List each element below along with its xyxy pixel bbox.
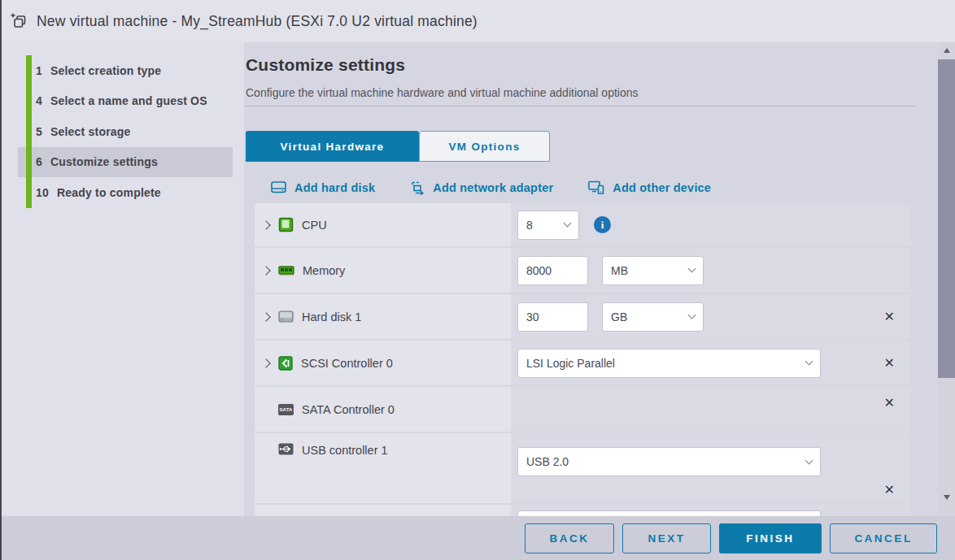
step-number: 10 (36, 186, 49, 199)
add-network-adapter-label: Add network adapter (433, 181, 553, 194)
step-label: Customize settings (50, 155, 158, 168)
other-device-add-icon (588, 180, 605, 194)
page-subtitle: Configure the virtual machine hardware a… (246, 86, 639, 99)
usb-version-select[interactable]: USB 2.0 (517, 447, 821, 476)
chevron-down-icon (688, 265, 696, 273)
steps-progress-bar (26, 55, 32, 208)
remove-hard-disk-button[interactable]: ✕ (884, 310, 895, 323)
scrollbar-thumb[interactable] (938, 59, 955, 378)
step-select-storage[interactable]: 5 Select storage (18, 116, 233, 147)
back-button[interactable]: BACK (525, 523, 614, 553)
hard-disk-size-input[interactable] (517, 302, 588, 332)
chevron-down-icon (805, 456, 813, 464)
finish-button[interactable]: FINISH (719, 523, 822, 553)
step-label: Select creation type (50, 64, 161, 77)
cpu-label: CPU (302, 219, 327, 232)
new-vm-icon (10, 12, 28, 30)
hard-disk-expand-chevron-icon[interactable] (261, 312, 270, 321)
add-other-device-label: Add other device (613, 181, 711, 194)
new-vm-wizard-window: New virtual machine - My_StreamHub (ESXi… (0, 0, 955, 560)
step-number: 5 (36, 125, 42, 138)
sata-controller-row: SATA SATA Controller 0 ✕ (255, 387, 911, 432)
vertical-scrollbar[interactable] (938, 42, 955, 516)
info-icon[interactable]: i (594, 216, 611, 233)
network-adapter-add-icon (410, 180, 425, 195)
memory-unit-select[interactable]: MB (602, 256, 704, 285)
tab-label: Virtual Hardware (281, 141, 385, 153)
scsi-type-value: LSI Logic Parallel (526, 357, 615, 370)
next-device-row-partial (255, 505, 911, 516)
step-label: Select a name and guest OS (50, 94, 207, 107)
step-number: 6 (36, 155, 42, 168)
usb-version-value: USB 2.0 (526, 455, 569, 468)
cpu-icon (278, 217, 294, 232)
cpu-row: CPU 8 i (255, 203, 911, 246)
usb-controller-icon (278, 443, 294, 455)
remove-usb-controller-button[interactable]: ✕ (884, 484, 895, 497)
wizard-steps-sidebar: 1 Select creation type 4 Select a name a… (0, 42, 244, 516)
next-device-select[interactable] (517, 510, 821, 516)
hard-disk-unit-value: GB (611, 310, 627, 323)
scsi-controller-label: SCSI Controller 0 (301, 357, 393, 370)
step-select-name-guest-os[interactable]: 4 Select a name and guest OS (18, 86, 233, 117)
chevron-down-icon (805, 358, 813, 366)
memory-size-input[interactable] (517, 256, 588, 285)
memory-expand-chevron-icon[interactable] (261, 266, 270, 275)
next-button[interactable]: NEXT (622, 523, 711, 553)
title-bar: New virtual machine - My_StreamHub (ESXi… (0, 0, 955, 42)
chevron-down-icon (688, 311, 696, 319)
sata-controller-icon: SATA (278, 404, 294, 415)
add-device-toolbar: Add hard disk Add network adapter (255, 171, 711, 203)
scsi-controller-icon (278, 356, 293, 371)
step-ready-to-complete[interactable]: 10 Ready to complete (18, 177, 233, 208)
window-title: New virtual machine - My_StreamHub (ESXi… (37, 13, 478, 30)
virtual-hardware-table: CPU 8 i (255, 203, 911, 516)
header-divider (245, 106, 915, 106)
hard-disk-icon (278, 310, 294, 323)
memory-row: Memory MB (255, 248, 911, 293)
step-customize-settings[interactable]: 6 Customize settings (18, 147, 233, 178)
scsi-controller-row: SCSI Controller 0 LSI Logic Parallel ✕ (255, 341, 911, 385)
hard-disk-label: Hard disk 1 (302, 310, 361, 323)
remove-sata-controller-button[interactable]: ✕ (884, 397, 895, 410)
add-network-adapter-button[interactable]: Add network adapter (410, 180, 553, 195)
settings-tabs: Virtual Hardware VM Options (246, 131, 550, 162)
sata-controller-label: SATA Controller 0 (302, 403, 395, 416)
step-number: 1 (36, 64, 42, 77)
scroll-up-icon[interactable] (938, 42, 955, 59)
add-hard-disk-label: Add hard disk (294, 181, 375, 194)
scsi-type-select[interactable]: LSI Logic Parallel (517, 349, 821, 378)
memory-icon (278, 264, 294, 277)
scsi-expand-chevron-icon[interactable] (261, 358, 270, 367)
memory-label: Memory (303, 264, 345, 277)
step-label: Ready to complete (57, 186, 161, 199)
page-title: Customize settings (246, 55, 405, 75)
cpu-expand-chevron-icon[interactable] (261, 220, 270, 229)
chevron-down-icon (564, 219, 572, 228)
cancel-button[interactable]: CANCEL (830, 523, 937, 553)
tab-vm-options[interactable]: VM Options (419, 131, 550, 162)
usb-controller-row: USB controller 1 USB 2.0 ✕ (255, 433, 911, 503)
memory-unit-value: MB (611, 264, 628, 277)
hard-disk-unit-select[interactable]: GB (602, 302, 704, 332)
step-select-creation-type[interactable]: 1 Select creation type (18, 55, 233, 86)
cpu-count-value: 8 (526, 219, 533, 232)
tab-virtual-hardware[interactable]: Virtual Hardware (246, 131, 419, 162)
scroll-down-icon[interactable] (938, 489, 955, 506)
remove-scsi-controller-button[interactable]: ✕ (884, 357, 895, 370)
add-other-device-button[interactable]: Add other device (588, 180, 711, 194)
wizard-footer: BACK NEXT FINISH CANCEL (0, 516, 955, 560)
tab-label: VM Options (449, 141, 521, 153)
usb-controller-label: USB controller 1 (302, 444, 388, 457)
add-hard-disk-button[interactable]: Add hard disk (271, 180, 375, 194)
hard-disk-row: Hard disk 1 GB ✕ (255, 294, 911, 339)
hard-disk-add-icon (271, 180, 287, 194)
step-label: Select storage (50, 125, 131, 138)
cpu-count-select[interactable]: 8 (517, 211, 579, 240)
step-number: 4 (36, 94, 42, 107)
window-edge (0, 0, 2, 560)
